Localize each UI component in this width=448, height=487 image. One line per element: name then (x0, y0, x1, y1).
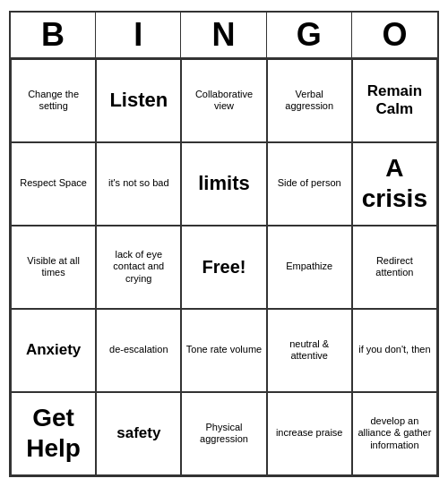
bingo-cell-15: Anxiety (11, 309, 96, 392)
bingo-cell-9: A crisis (352, 142, 437, 226)
bingo-cell-5: Respect Space (11, 142, 96, 226)
header-letter: I (96, 13, 181, 57)
bingo-cell-24: develop an alliance & gather information (352, 392, 437, 475)
header-letter: G (267, 13, 352, 57)
bingo-header: BINGO (11, 13, 437, 59)
bingo-cell-4: Remain Calm (352, 59, 437, 142)
header-letter: N (181, 13, 266, 57)
bingo-cell-6: it's not so bad (96, 142, 181, 226)
bingo-cell-3: Verbal aggression (267, 59, 352, 142)
bingo-cell-10: Visible at all times (11, 226, 96, 309)
bingo-cell-20: Get Help (11, 392, 96, 475)
bingo-cell-11: lack of eye contact and crying (96, 226, 181, 309)
bingo-cell-18: neutral & attentive (267, 309, 352, 392)
bingo-cell-16: de-escalation (96, 309, 181, 392)
bingo-cell-22: Physical aggression (181, 392, 266, 475)
bingo-cell-14: Redirect attention (352, 226, 437, 309)
header-letter: O (352, 13, 437, 57)
bingo-cell-2: Collaborative view (181, 59, 266, 142)
bingo-cell-19: if you don't, then (352, 309, 437, 392)
bingo-cell-13: Empathize (267, 226, 352, 309)
bingo-cell-12: Free! (181, 226, 266, 309)
bingo-cell-17: Tone rate volume (181, 309, 266, 392)
header-letter: B (11, 13, 96, 57)
bingo-cell-7: limits (181, 142, 266, 226)
bingo-cell-1: Listen (96, 59, 181, 142)
bingo-card: BINGO Change the settingListenCollaborat… (9, 11, 439, 477)
bingo-cell-23: increase praise (267, 392, 352, 475)
bingo-cell-0: Change the setting (11, 59, 96, 142)
bingo-cell-21: safety (96, 392, 181, 475)
bingo-grid: Change the settingListenCollaborative vi… (11, 59, 437, 475)
bingo-cell-8: Side of person (267, 142, 352, 226)
